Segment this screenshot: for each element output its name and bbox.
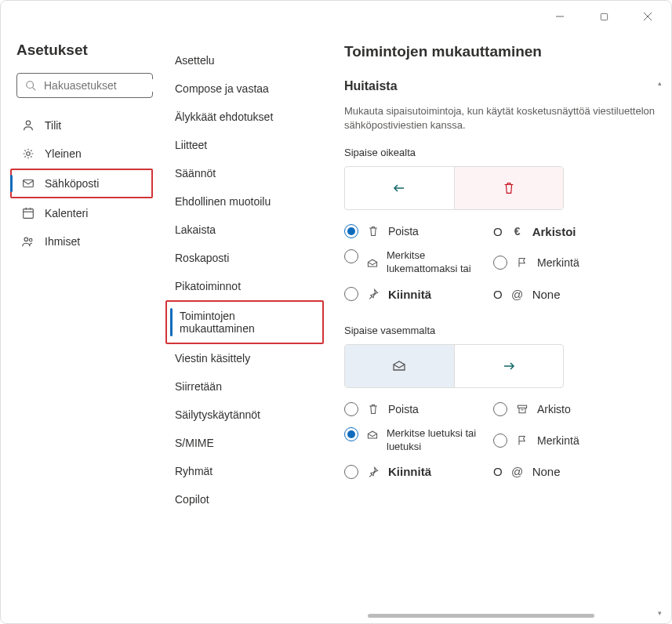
subnav-item-attachments[interactable]: Liitteet <box>165 131 324 159</box>
radio-icon <box>344 224 358 238</box>
calendar-icon <box>21 206 35 220</box>
search-icon <box>24 78 38 93</box>
option-delete[interactable]: Poista <box>344 402 493 416</box>
settings-content: ▴ Toimintojen mukauttaminen Huitaista Mu… <box>330 32 671 623</box>
gear-icon <box>21 147 35 161</box>
sidebar-item-people[interactable]: Ihmiset <box>16 228 153 255</box>
subnav-item-junk[interactable]: Roskaposti <box>165 244 324 272</box>
trash-icon <box>366 225 380 238</box>
person-icon <box>21 118 35 132</box>
arrow-right-icon <box>454 345 564 387</box>
subnav-item-rules[interactable]: Säännöt <box>165 159 324 187</box>
svg-rect-17 <box>518 405 526 408</box>
radio-icon <box>493 256 507 270</box>
mail-icon <box>366 257 379 270</box>
mail-icon <box>21 176 35 190</box>
option-mark-read[interactable]: Merkitse luetuksi tai luetuksi <box>344 427 493 454</box>
swipe-right-options: Poista O € Arkistoi Merkitse lukemattoma… <box>344 224 665 301</box>
subnav-item-layout[interactable]: Asettelu <box>165 46 324 74</box>
section-description: Mukauta sipaisutoimintoja, kun käytät ko… <box>344 104 665 132</box>
arrow-left-icon <box>345 167 454 209</box>
subnav-item-customize-actions[interactable]: Toimintojen mukauttaminen <box>165 300 324 344</box>
at-icon: @ <box>510 288 525 301</box>
flag-icon <box>515 434 529 447</box>
trash-icon <box>454 167 564 209</box>
flag-icon <box>515 256 529 269</box>
svg-point-4 <box>27 82 34 89</box>
mail-icon <box>345 345 454 387</box>
option-pin[interactable]: Kiinnitä <box>344 465 493 479</box>
option-flag[interactable]: Merkintä <box>493 249 634 276</box>
titlebar <box>1 1 671 32</box>
svg-point-13 <box>24 238 28 241</box>
svg-point-14 <box>29 238 32 241</box>
subnav-item-quick[interactable]: Pikatoiminnot <box>165 272 324 300</box>
radio-icon <box>344 427 358 441</box>
radio-icon <box>344 287 358 301</box>
settings-title: Asetukset <box>16 42 153 59</box>
subnav-item-suggestions[interactable]: Älykkäät ehdotukset <box>165 103 324 131</box>
scroll-down-icon[interactable]: ▾ <box>658 609 662 617</box>
sidebar-item-label: Ihmiset <box>45 235 80 248</box>
settings-subnav: Asettelu Compose ja vastaa Älykkäät ehdo… <box>165 32 330 623</box>
pin-icon <box>366 288 380 300</box>
option-archive[interactable]: Arkisto <box>493 402 634 416</box>
maximize-button[interactable] <box>590 5 618 27</box>
close-button[interactable] <box>634 5 662 27</box>
option-none[interactable]: O @ None <box>493 465 634 479</box>
sidebar-item-email[interactable]: Sähköposti <box>10 169 153 198</box>
option-archive[interactable]: O € Arkistoi <box>493 224 634 238</box>
option-mark-unread[interactable]: Merkitse lukemattomaksi tai <box>344 249 493 276</box>
pin-icon <box>366 466 380 478</box>
at-icon: @ <box>510 465 525 478</box>
sidebar-item-label: Sähköposti <box>45 177 99 190</box>
section-title: Huitaista <box>344 79 665 93</box>
page-title: Toimintojen mukauttaminen <box>344 43 665 60</box>
mail-icon <box>366 429 379 441</box>
option-flag[interactable]: Merkintä <box>493 427 634 454</box>
sidebar-item-label: Yleinen <box>45 147 82 160</box>
svg-line-5 <box>33 88 36 91</box>
subnav-item-conditional[interactable]: Ehdollinen muotoilu <box>165 187 324 216</box>
option-delete[interactable]: Poista <box>344 224 493 238</box>
sidebar-item-label: Kalenteri <box>45 207 88 219</box>
radio-icon <box>344 465 358 479</box>
subnav-item-forwarding[interactable]: Siirretään <box>165 372 324 401</box>
subnav-item-smime[interactable]: S/MIME <box>165 429 324 457</box>
horizontal-scrollbar[interactable] <box>344 612 649 620</box>
swipe-right-preview <box>344 166 564 210</box>
swipe-left-preview <box>344 344 564 388</box>
option-none[interactable]: O @ None <box>493 287 634 301</box>
svg-point-6 <box>26 121 30 125</box>
radio-icon <box>493 434 507 448</box>
sidebar-item-label: Tilit <box>45 119 61 132</box>
subnav-item-copilot[interactable]: Copilot <box>165 485 324 513</box>
svg-point-7 <box>27 152 31 156</box>
radio-icon <box>344 402 358 416</box>
swipe-right-label: Sipaise oikealta <box>344 147 665 158</box>
scroll-up-icon[interactable]: ▴ <box>658 79 662 87</box>
people-icon <box>21 234 35 249</box>
swipe-left-options: Poista Arkisto Merkitse luetuksi tai lue… <box>344 402 665 479</box>
sidebar-item-calendar[interactable]: Kalenteri <box>16 200 153 227</box>
euro-icon: € <box>510 225 525 238</box>
option-pin[interactable]: Kiinnitä <box>344 287 493 301</box>
search-input[interactable] <box>44 79 181 92</box>
subnav-item-compose[interactable]: Compose ja vastaa <box>165 74 324 103</box>
svg-rect-8 <box>24 180 34 187</box>
subnav-item-groups[interactable]: Ryhmät <box>165 457 324 485</box>
archive-icon <box>515 403 529 415</box>
sidebar-item-accounts[interactable]: Tilit <box>16 112 153 139</box>
search-input-wrapper[interactable] <box>16 73 153 98</box>
radio-icon <box>493 402 507 416</box>
trash-icon <box>366 403 380 415</box>
subnav-item-handling[interactable]: Viestin käsittely <box>165 344 324 372</box>
svg-rect-1 <box>601 13 607 20</box>
sidebar-item-general[interactable]: Yleinen <box>16 140 153 167</box>
subnav-item-retention[interactable]: Säilytyskäytännöt <box>165 401 324 429</box>
subnav-item-sweep[interactable]: Lakaista <box>165 216 324 244</box>
minimize-button[interactable] <box>546 5 574 27</box>
radio-icon <box>344 249 358 263</box>
settings-sidebar: Asetukset Tilit Yleinen <box>1 32 165 623</box>
scrollbar-thumb[interactable] <box>368 614 594 618</box>
